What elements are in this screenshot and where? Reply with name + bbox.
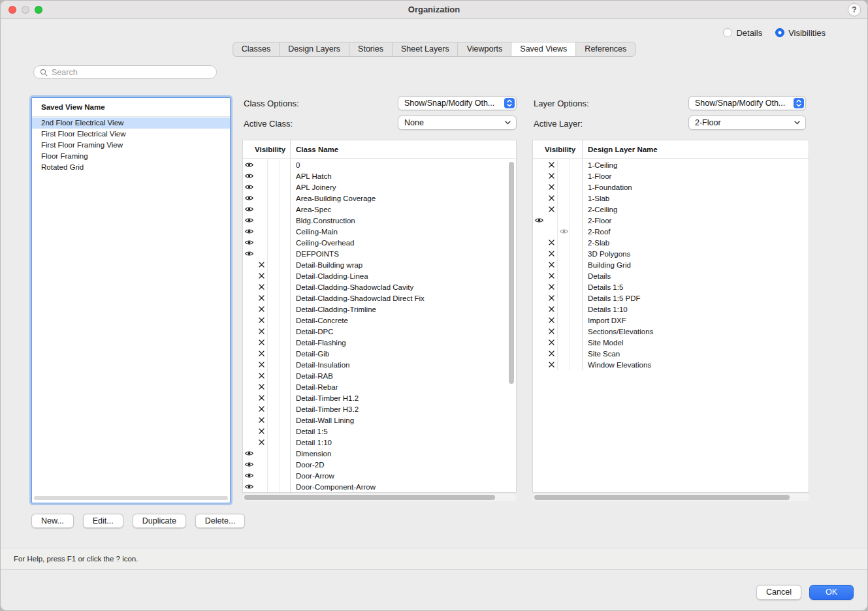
hidden-x-icon[interactable] — [255, 270, 268, 281]
eye-icon[interactable] — [243, 481, 255, 492]
visibility-cell-grayed[interactable] — [268, 403, 280, 415]
table-row[interactable]: Detail-Building wrap — [243, 259, 516, 270]
hidden-x-icon[interactable] — [545, 237, 558, 248]
visibility-cell-hidden[interactable] — [255, 226, 268, 237]
hidden-x-icon[interactable] — [255, 359, 268, 370]
visibility-cell-grayed[interactable] — [268, 204, 280, 215]
visibility-cell-grayed[interactable] — [268, 159, 280, 170]
table-row[interactable]: 2-Roof — [533, 226, 809, 237]
visibility-cell-hidden[interactable] — [255, 448, 268, 459]
table-row[interactable]: Detail-Timber H1.2 — [243, 392, 516, 403]
radio-visibilities[interactable]: Visibilities — [775, 28, 826, 38]
hidden-x-icon[interactable] — [255, 392, 268, 403]
table-row[interactable]: Detail-Insulation — [243, 359, 516, 370]
hidden-x-icon[interactable] — [545, 315, 558, 326]
visibility-cell-grayed[interactable] — [558, 215, 570, 226]
table-row[interactable]: Ceiling-Main — [243, 226, 516, 237]
visibility-cell-visible[interactable] — [243, 403, 255, 415]
radio-circle[interactable] — [775, 28, 784, 37]
table-row[interactable]: 3D Polygons — [533, 248, 809, 259]
visibility-cell-hidden[interactable] — [255, 459, 268, 470]
visibility-cell-grayed[interactable] — [268, 270, 280, 281]
visibility-cell-grayed[interactable] — [268, 181, 280, 193]
ok-button[interactable]: OK — [809, 585, 854, 600]
class-options-dropdown[interactable]: Show/Snap/Modify Oth... — [398, 96, 517, 110]
visibility-cell-visible[interactable] — [533, 181, 545, 193]
visibility-cell-visible[interactable] — [533, 337, 545, 348]
hidden-x-icon[interactable] — [255, 381, 268, 392]
table-row[interactable]: Detail-RAB — [243, 370, 516, 381]
table-row[interactable]: Detail 1:5 — [243, 426, 516, 437]
visibility-cell-visible[interactable] — [533, 259, 545, 270]
table-row[interactable]: Dimension — [243, 448, 516, 459]
eye-icon[interactable] — [243, 181, 255, 193]
hidden-x-icon[interactable] — [255, 292, 268, 304]
layer-options-dropdown[interactable]: Show/Snap/Modify Oth... — [688, 96, 806, 110]
new-button[interactable]: New... — [31, 514, 74, 528]
hidden-x-icon[interactable] — [545, 248, 558, 259]
visibility-cell-grayed[interactable] — [558, 159, 570, 170]
tab-stories[interactable]: Stories — [349, 42, 392, 56]
eye-icon[interactable] — [243, 215, 255, 226]
scrollbar-thumb[interactable] — [509, 162, 514, 384]
tab-sheet-layers[interactable]: Sheet Layers — [392, 42, 458, 56]
visibility-cell-grayed[interactable] — [558, 292, 570, 304]
table-row[interactable]: 2-Floor — [533, 215, 809, 226]
scrollbar-thumb[interactable] — [244, 495, 495, 500]
hidden-x-icon[interactable] — [255, 315, 268, 326]
saved-view-item[interactable]: First Floor Framing View — [32, 140, 230, 151]
table-row[interactable]: Area-Building Coverage — [243, 193, 516, 204]
table-row[interactable]: 1-Ceiling — [533, 159, 809, 170]
table-row[interactable]: 0 — [243, 159, 516, 170]
eye-icon[interactable] — [533, 215, 545, 226]
eye-icon[interactable] — [243, 470, 255, 481]
table-row[interactable]: Detail-Timber H3.2 — [243, 403, 516, 415]
visibility-cell-grayed[interactable] — [268, 392, 280, 403]
visibility-cell-grayed[interactable] — [558, 170, 570, 181]
table-row[interactable]: Building Grid — [533, 259, 809, 270]
visibility-cell-grayed[interactable] — [558, 204, 570, 215]
hidden-x-icon[interactable] — [545, 204, 558, 215]
table-row[interactable]: Detail-DPC — [243, 326, 516, 337]
hidden-x-icon[interactable] — [255, 259, 268, 270]
visibility-cell-hidden[interactable] — [255, 170, 268, 181]
visibility-cell-visible[interactable] — [533, 326, 545, 337]
active-class-dropdown[interactable]: None — [398, 116, 517, 130]
visibility-column-header[interactable]: Visibility — [533, 140, 583, 158]
table-row[interactable]: Detail-Flashing — [243, 337, 516, 348]
visibility-cell-hidden[interactable] — [255, 159, 268, 170]
delete-button[interactable]: Delete... — [195, 514, 246, 528]
hidden-x-icon[interactable] — [545, 292, 558, 304]
visibility-cell-grayed[interactable] — [268, 448, 280, 459]
visibility-cell-hidden[interactable] — [255, 204, 268, 215]
visibility-cell-grayed[interactable] — [558, 259, 570, 270]
scrollbar-thumb[interactable] — [34, 496, 228, 500]
eye-icon[interactable] — [243, 226, 255, 237]
class-table-hscrollbar[interactable] — [242, 494, 517, 501]
visibility-cell-grayed[interactable] — [558, 348, 570, 359]
table-row[interactable]: Area-Spec — [243, 204, 516, 215]
hidden-x-icon[interactable] — [255, 370, 268, 381]
visibility-cell-visible[interactable] — [243, 370, 255, 381]
hidden-x-icon[interactable] — [255, 281, 268, 292]
visibility-cell-grayed[interactable] — [268, 215, 280, 226]
visibility-cell-grayed[interactable] — [268, 370, 280, 381]
visibility-cell-grayed[interactable] — [558, 281, 570, 292]
hidden-x-icon[interactable] — [255, 403, 268, 415]
visibility-cell-hidden[interactable] — [255, 248, 268, 259]
table-row[interactable]: Detail-Cladding-Trimline — [243, 304, 516, 315]
visibility-cell-visible[interactable] — [243, 426, 255, 437]
tab-saved-views[interactable]: Saved Views — [511, 42, 575, 56]
table-row[interactable]: Detail-Cladding-Shadowclad Cavity — [243, 281, 516, 292]
hidden-x-icon[interactable] — [545, 170, 558, 181]
visibility-cell-visible[interactable] — [243, 315, 255, 326]
table-row[interactable]: Detail-Concrete — [243, 315, 516, 326]
visibility-cell-grayed[interactable] — [268, 437, 280, 448]
visibility-cell-visible[interactable] — [243, 392, 255, 403]
saved-view-name-column-header[interactable]: Saved View Name — [32, 98, 230, 117]
visibility-cell-visible[interactable] — [533, 304, 545, 315]
eye-icon[interactable] — [243, 204, 255, 215]
visibility-cell-visible[interactable] — [243, 304, 255, 315]
hidden-x-icon[interactable] — [545, 181, 558, 193]
visibility-cell-grayed[interactable] — [558, 193, 570, 204]
